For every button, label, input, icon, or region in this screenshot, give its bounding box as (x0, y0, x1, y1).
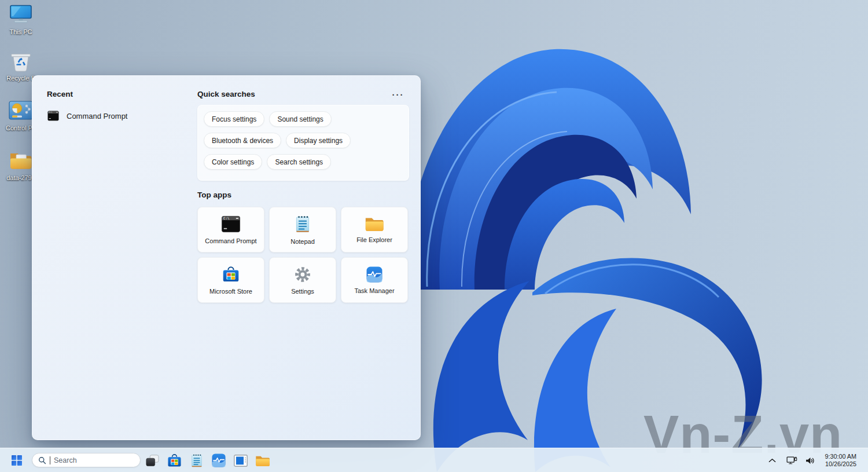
desktop: Vn-Z.vn This PC Recycle B Control Pa dat… (0, 0, 868, 472)
more-icon: ··· (392, 90, 404, 100)
app-tile-label: File Explorer (356, 236, 392, 243)
app-tile-notepad[interactable]: Notepad (269, 207, 336, 253)
file-explorer-button[interactable] (253, 451, 273, 470)
settings-gear-icon (294, 266, 311, 283)
tray-chevron-button[interactable] (766, 452, 779, 469)
recent-item-label: Command Prompt (67, 112, 127, 120)
app-tile-microsoft-store[interactable]: Microsoft Store (197, 257, 264, 303)
task-view-icon (146, 455, 159, 467)
taskbar-search-box[interactable] (32, 453, 141, 467)
desktop-icon-label: This PC (0, 28, 42, 35)
app-tile-label: Notepad (290, 238, 315, 245)
app-tile-label: Settings (291, 288, 314, 295)
chip-display-settings[interactable]: Display settings (286, 133, 351, 148)
windows-logo-icon (12, 455, 22, 466)
task-manager-icon (366, 266, 382, 283)
start-button[interactable] (7, 451, 27, 470)
app-tile-label: Task Manager (354, 287, 394, 294)
data-folder-icon (9, 151, 32, 170)
notepad-icon (295, 215, 311, 233)
task-view-button[interactable] (142, 451, 162, 470)
task-manager-button[interactable] (209, 451, 229, 470)
network-ethernet-icon (786, 456, 797, 465)
app-tile-label: Command Prompt (205, 237, 256, 244)
app-tile-settings[interactable]: Settings (269, 257, 336, 303)
chip-bluetooth-devices[interactable]: Bluetooth & devices (204, 133, 281, 148)
top-apps-header: Top apps (197, 191, 231, 199)
taskbar: 9:30:00 AM 10/26/2025 (0, 448, 868, 472)
task-manager-icon (212, 453, 226, 467)
clock-time: 9:30:00 AM (825, 453, 856, 460)
chip-color-settings[interactable]: Color settings (204, 154, 262, 170)
this-pc-icon (9, 5, 32, 24)
clock[interactable]: 9:30:00 AM 10/26/2025 (825, 453, 856, 468)
app-window-icon (234, 455, 248, 467)
search-input[interactable] (54, 456, 129, 464)
search-flyout-panel: Recent Command Prompt Quick searches ···… (32, 75, 421, 440)
text-caret (50, 456, 50, 464)
app-window-button[interactable] (231, 451, 251, 470)
app-tile-command-prompt[interactable]: Command Prompt (197, 207, 264, 253)
control-panel-icon (9, 100, 33, 121)
chip-sound-settings[interactable]: Sound settings (269, 111, 331, 127)
notepad-button[interactable] (187, 451, 207, 470)
microsoft-store-icon (167, 453, 182, 468)
volume-icon (806, 457, 815, 464)
chevron-up-icon (768, 458, 776, 463)
microsoft-store-icon (222, 266, 240, 283)
recent-item-command-prompt[interactable]: Command Prompt (45, 107, 186, 125)
clock-date: 10/26/2025 (825, 460, 856, 468)
network-tray-button[interactable] (784, 452, 800, 469)
chip-search-settings[interactable]: Search settings (267, 154, 331, 170)
search-icon (38, 456, 46, 464)
top-apps-grid: Command Prompt Notepad File Explorer Mic… (197, 207, 408, 303)
chip-focus-settings[interactable]: Focus settings (204, 111, 264, 127)
desktop-icon-this-pc[interactable]: This PC (0, 2, 42, 35)
system-tray: 9:30:00 AM 10/26/2025 (766, 448, 868, 472)
command-prompt-icon (221, 215, 241, 233)
microsoft-store-button[interactable] (164, 451, 184, 470)
notepad-icon (190, 453, 203, 468)
file-explorer-icon (365, 216, 384, 232)
recent-header: Recent (47, 90, 73, 98)
app-tile-label: Microsoft Store (209, 288, 252, 295)
quick-searches-header: Quick searches (197, 90, 255, 98)
quick-searches-card: Focus settings Sound settings Bluetooth … (197, 105, 409, 181)
app-tile-task-manager[interactable]: Task Manager (341, 257, 408, 303)
volume-tray-button[interactable] (803, 452, 818, 469)
quick-searches-more-button[interactable]: ··· (389, 87, 407, 101)
app-tile-file-explorer[interactable]: File Explorer (341, 207, 408, 253)
file-explorer-icon (255, 455, 270, 467)
command-prompt-icon (47, 111, 59, 121)
recycle-bin-icon (10, 49, 32, 72)
